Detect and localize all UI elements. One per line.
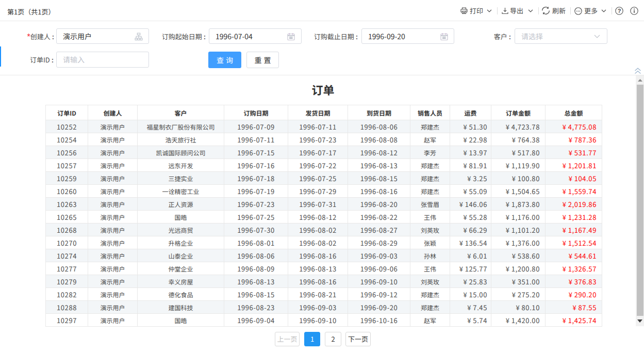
svg-text:?: ? bbox=[618, 8, 621, 14]
